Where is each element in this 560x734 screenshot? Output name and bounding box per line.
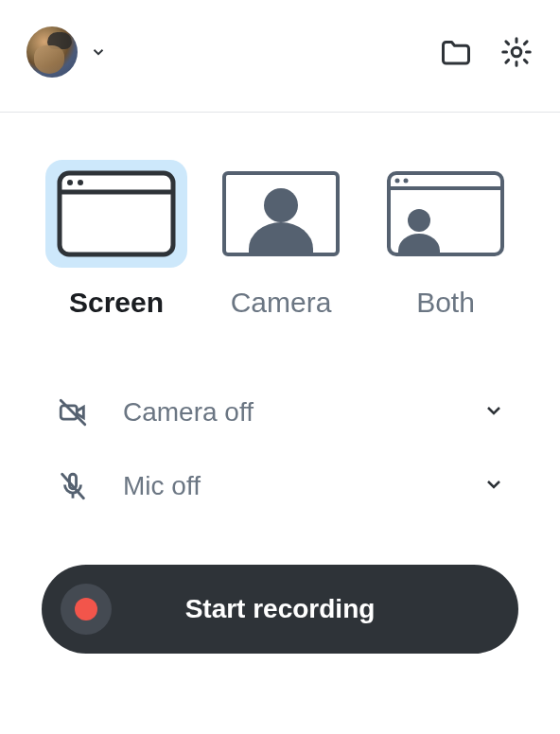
chevron-down-icon [482,399,505,426]
svg-point-10 [404,179,409,184]
account-menu[interactable] [26,26,108,78]
mic-off-icon [55,470,91,502]
header-actions [439,35,534,69]
svg-point-0 [512,47,521,57]
start-recording-button[interactable]: Start recording [42,565,518,654]
mode-option-both[interactable]: Both [375,160,516,319]
svg-line-13 [61,400,85,425]
device-settings: Camera off Mic off [26,376,534,523]
settings-button[interactable] [499,35,534,69]
svg-rect-1 [60,173,173,254]
svg-point-3 [67,180,73,185]
chevron-down-icon [482,473,505,499]
camera-off-icon [55,396,91,428]
divider [0,112,560,113]
svg-point-4 [78,180,83,185]
camera-setting-label: Camera off [123,397,482,428]
mode-label-screen: Screen [69,287,164,319]
mode-label-camera: Camera [231,287,332,319]
avatar [26,26,78,78]
svg-point-6 [264,188,298,222]
mode-label-both: Both [416,287,475,319]
svg-point-11 [408,209,430,232]
svg-point-9 [395,179,400,184]
camera-icon [210,160,352,268]
mode-option-screen[interactable]: Screen [45,160,187,319]
screen-icon [45,160,187,268]
folder-icon [439,35,473,69]
both-icon [375,160,516,268]
gear-icon [499,35,534,69]
mode-option-camera[interactable]: Camera [210,160,352,319]
camera-setting[interactable]: Camera off [55,376,505,449]
header [26,26,534,78]
record-button-label: Start recording [42,594,518,624]
chevron-down-icon [89,43,108,61]
mic-setting[interactable]: Mic off [55,449,505,523]
record-indicator [61,584,112,635]
mic-setting-label: Mic off [123,471,482,501]
mode-selector: Screen Camera [26,160,534,319]
folder-button[interactable] [439,35,473,69]
record-dot-icon [75,598,97,620]
